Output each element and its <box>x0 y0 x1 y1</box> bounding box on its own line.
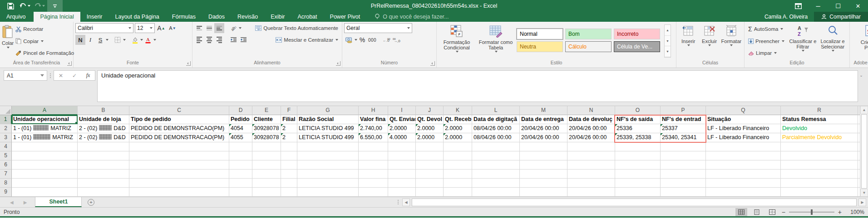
next-sheet-icon[interactable]: ▶ <box>24 200 27 205</box>
increase-decimal-button[interactable]: ←.000 <box>381 35 391 45</box>
cell[interactable] <box>858 115 860 124</box>
cell[interactable]: 30928078 <box>252 124 281 133</box>
cell[interactable] <box>78 170 129 179</box>
cell[interactable] <box>281 188 297 197</box>
cell[interactable] <box>858 170 860 179</box>
cell[interactable]: 6.550,00 <box>359 133 388 142</box>
customize-qat-button[interactable] <box>47 0 63 12</box>
cell[interactable]: Qt. Devol <box>416 115 444 124</box>
cell[interactable] <box>567 151 615 160</box>
share-button[interactable]: Compartilhar <box>814 12 868 22</box>
cell[interactable] <box>781 188 858 197</box>
ribbon-tab-dados[interactable]: Dados <box>202 12 231 22</box>
cell[interactable] <box>388 151 416 160</box>
cell[interactable] <box>661 179 706 188</box>
formula-bar-expand-icon[interactable]: ⌄ <box>858 70 864 78</box>
column-header-A[interactable]: A <box>12 106 78 115</box>
column-header-M[interactable]: M <box>520 106 567 115</box>
cell[interactable] <box>858 133 860 142</box>
column-header-N[interactable]: N <box>567 106 615 115</box>
cell[interactable] <box>281 170 297 179</box>
formula-input[interactable]: Unidade operacional <box>97 70 858 102</box>
zoom-slider[interactable] <box>789 212 834 213</box>
cell-style-chip[interactable]: Neutra <box>517 41 563 52</box>
cell[interactable] <box>661 151 706 160</box>
borders-caret-icon[interactable] <box>123 39 126 41</box>
cell[interactable] <box>781 151 858 160</box>
cell[interactable] <box>416 188 444 197</box>
cell[interactable] <box>520 142 567 151</box>
cell[interactable]: LF - Liberado Financeiro <box>706 124 781 133</box>
styles-gallery-scrollbar[interactable]: ▲▼▼ <box>664 24 671 58</box>
cell[interactable] <box>252 170 281 179</box>
cell[interactable] <box>567 142 615 151</box>
hscroll-left-icon[interactable]: ◀ <box>402 199 410 206</box>
cell[interactable]: Situação <box>706 115 781 124</box>
row-header-7[interactable]: 7 <box>0 170 12 179</box>
column-header-H[interactable]: H <box>359 106 388 115</box>
cell[interactable]: LETICIA STUDIO 499 <box>297 124 359 133</box>
ribbon-display-options-button[interactable] <box>788 0 808 12</box>
cell[interactable]: Devolvido <box>781 124 858 133</box>
cell[interactable] <box>781 160 858 170</box>
column-header-P[interactable]: P <box>661 106 706 115</box>
font-color-caret-icon[interactable] <box>153 39 156 41</box>
cell-style-chip[interactable]: Cálculo <box>565 41 612 52</box>
orientation-caret-icon[interactable] <box>239 27 242 29</box>
new-sheet-button[interactable]: + <box>82 197 100 207</box>
cell[interactable] <box>229 160 252 170</box>
cell[interactable] <box>706 188 781 197</box>
cell[interactable]: 25336 <box>615 124 661 133</box>
page-layout-view-button[interactable] <box>751 208 763 216</box>
increase-indent-button[interactable] <box>238 35 248 45</box>
cell[interactable] <box>359 160 388 170</box>
orientation-button[interactable]: ab <box>228 23 238 33</box>
cell[interactable]: Cliente <box>252 115 281 124</box>
cell[interactable] <box>252 179 281 188</box>
cell[interactable]: PEDIDO DE DEMONSTRACAO(PM) <box>129 133 229 142</box>
cell[interactable] <box>858 142 860 151</box>
cell[interactable] <box>416 179 444 188</box>
italic-button[interactable]: I <box>85 35 95 45</box>
format-as-table-button[interactable]: Formatar como Tabela <box>477 23 515 59</box>
zoom-in-button[interactable]: + <box>838 208 842 216</box>
number-format-select[interactable]: Geral <box>344 23 412 33</box>
cell[interactable]: Data de entrega <box>520 115 567 124</box>
maximize-button[interactable]: ☐ <box>828 0 848 12</box>
cell[interactable]: 4055 <box>229 133 252 142</box>
column-header-K[interactable]: K <box>444 106 472 115</box>
grid-area[interactable]: ABCDEFGHIJKLMNOPQRS1Unidade operacionalU… <box>0 106 860 197</box>
cell[interactable] <box>706 142 781 151</box>
cell[interactable] <box>281 151 297 160</box>
cell[interactable] <box>444 170 472 179</box>
cell[interactable] <box>297 142 359 151</box>
cell[interactable] <box>444 151 472 160</box>
clear-button[interactable]: Limpar <box>746 48 788 58</box>
cell[interactable]: 1 - (01)MATRIZ <box>12 133 78 142</box>
cell[interactable] <box>229 170 252 179</box>
cell[interactable]: 25337 <box>661 124 706 133</box>
cell[interactable] <box>416 142 444 151</box>
number-dialog-launcher[interactable] <box>430 61 435 66</box>
cell[interactable]: 2 <box>281 133 297 142</box>
cell[interactable] <box>781 179 858 188</box>
column-header-G[interactable]: G <box>297 106 359 115</box>
cell[interactable] <box>444 179 472 188</box>
row-header-1[interactable]: 1 <box>0 115 12 124</box>
cell[interactable] <box>388 188 416 197</box>
cell[interactable] <box>388 142 416 151</box>
alignment-dialog-launcher[interactable] <box>336 61 340 66</box>
borders-button[interactable] <box>113 35 123 45</box>
cell[interactable] <box>567 188 615 197</box>
cell[interactable]: NF's de saída <box>615 115 661 124</box>
cell[interactable] <box>78 151 129 160</box>
column-header-L[interactable]: L <box>472 106 520 115</box>
cell-style-chip[interactable]: Bom <box>565 29 612 39</box>
ribbon-tab-fórmulas[interactable]: Fórmulas <box>166 12 202 22</box>
sort-filter-button[interactable]: AZ Classificar e Filtrar <box>789 23 817 59</box>
cell[interactable] <box>520 179 567 188</box>
cell[interactable] <box>129 160 229 170</box>
align-middle-button[interactable] <box>204 23 214 33</box>
fill-color-button[interactable] <box>130 35 140 45</box>
cell[interactable]: 2 <box>281 124 297 133</box>
